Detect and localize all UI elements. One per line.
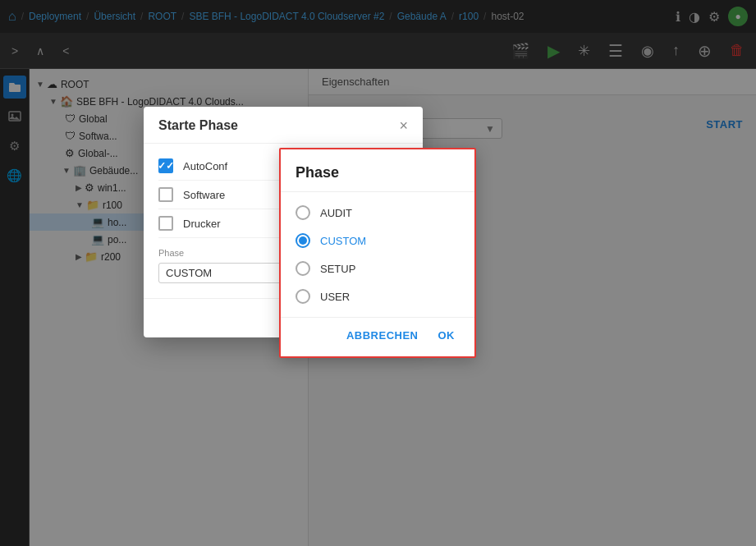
radio-list: AUDIT CUSTOM SETUP USER (281, 192, 474, 317)
phase-cancel-button[interactable]: ABBRECHEN (341, 326, 424, 345)
radio-label-user: USER (320, 291, 350, 303)
checkbox-drucker-label: Drucker (183, 218, 221, 230)
checkbox-autoconf-label: AutoConf (183, 160, 227, 172)
phase-ok-button[interactable]: OK (433, 326, 460, 345)
radio-label-setup: SETUP (320, 263, 355, 275)
starte-dialog-title: Starte Phase (158, 118, 238, 133)
phase-dialog: Phase AUDIT CUSTOM SETUP USER ABBRECHEN … (279, 148, 476, 358)
checkbox-software[interactable] (158, 187, 173, 202)
radio-row-custom[interactable]: CUSTOM (281, 227, 474, 255)
radio-row-audit[interactable]: AUDIT (281, 199, 474, 227)
radio-row-setup[interactable]: SETUP (281, 255, 474, 282)
radio-row-user[interactable]: USER (281, 282, 474, 310)
checkbox-software-label: Software (183, 189, 225, 201)
checkbox-drucker[interactable] (158, 216, 173, 231)
starte-close-button[interactable]: × (399, 118, 408, 133)
phase-dialog-footer: ABBRECHEN OK (281, 317, 474, 356)
radio-user[interactable] (296, 289, 310, 304)
radio-label-audit: AUDIT (320, 207, 352, 219)
checkbox-autoconf[interactable]: ✓ (158, 158, 173, 173)
radio-audit[interactable] (296, 205, 310, 220)
phase-dialog-title: Phase (281, 149, 474, 192)
radio-custom[interactable] (296, 233, 310, 248)
starte-dialog-header: Starte Phase × (144, 107, 423, 144)
radio-label-custom: CUSTOM (320, 235, 366, 247)
radio-setup[interactable] (296, 261, 310, 276)
